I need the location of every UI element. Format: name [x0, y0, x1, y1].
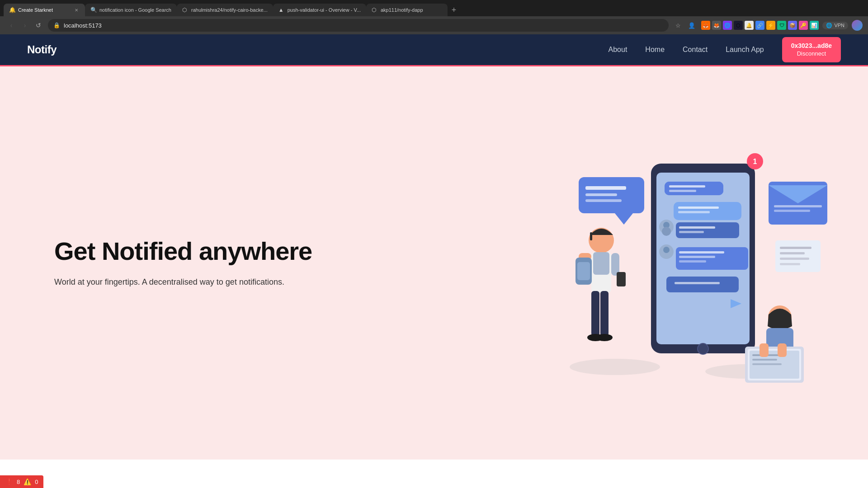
svg-rect-10: [678, 211, 710, 213]
tab-favicon-2: 🔍: [90, 7, 97, 13]
svg-point-26: [698, 343, 708, 354]
svg-rect-68: [778, 343, 787, 357]
svg-rect-20: [679, 251, 724, 253]
svg-rect-35: [585, 186, 626, 190]
tab-notify-dapp[interactable]: ⬡ akp111/notify-dapp: [366, 4, 448, 16]
svg-rect-32: [774, 210, 810, 212]
nav-links: About Home Contact Launch App: [609, 46, 764, 54]
svg-text:1: 1: [753, 158, 757, 165]
ext-icon-11[interactable]: 📊: [810, 21, 819, 30]
svg-rect-46: [593, 252, 609, 275]
url-bar[interactable]: 🔒 localhost:5173: [48, 19, 669, 32]
tab-create-starknet[interactable]: 🔔 Create Starknet ✕: [4, 4, 85, 16]
tab-close-1[interactable]: ✕: [73, 7, 80, 13]
svg-rect-23: [666, 277, 739, 292]
nav-link-about[interactable]: About: [609, 46, 627, 54]
svg-rect-7: [669, 190, 696, 192]
hero-title: Get Notified anywhere: [54, 237, 312, 265]
browser-actions: ☆ 👤: [672, 19, 698, 31]
nav-link-contact[interactable]: Contact: [683, 46, 708, 54]
tab-title-5: akp111/notify-dapp: [381, 7, 442, 13]
url-text: localhost:5173: [64, 22, 102, 29]
svg-point-18: [663, 247, 670, 253]
ext-icon-7[interactable]: ⚡: [766, 21, 775, 30]
ext-icon-4[interactable]: ⬡: [734, 21, 743, 30]
vpn-button[interactable]: 🌐 VPN: [822, 22, 848, 29]
svg-rect-37: [585, 199, 622, 202]
svg-rect-40: [780, 252, 805, 254]
svg-rect-36: [585, 193, 617, 196]
tab-cairo-backend[interactable]: ⬡ rahulmishra24/notify-cairo-backe...: [177, 4, 273, 16]
svg-rect-42: [780, 263, 800, 265]
nav-link-home[interactable]: Home: [645, 46, 665, 54]
svg-rect-67: [760, 343, 769, 357]
svg-rect-44: [590, 232, 592, 240]
svg-rect-16: [679, 231, 704, 233]
tab-title-3: rahulmishra24/notify-cairo-backe...: [191, 7, 268, 13]
hero-content: Get Notified anywhere World at your fing…: [54, 237, 312, 289]
ext-icon-6[interactable]: 🔗: [755, 21, 764, 30]
tab-push-validator[interactable]: ▲ push-validator-ui - Overview - V...: [273, 4, 366, 16]
tab-favicon-5: ⬡: [372, 7, 378, 13]
wallet-disconnect-label: Disconnect: [797, 50, 826, 58]
site-logo: Notify: [27, 43, 57, 56]
svg-rect-50: [591, 291, 599, 336]
svg-rect-55: [577, 262, 590, 280]
ext-icon-8[interactable]: 🛡: [777, 21, 786, 30]
lock-icon: 🔒: [53, 22, 60, 28]
svg-rect-49: [617, 272, 626, 286]
tab-google-search[interactable]: 🔍 notification icon - Google Search: [85, 4, 177, 16]
ext-firefox-icon[interactable]: 🦊: [701, 21, 710, 30]
svg-rect-24: [675, 282, 720, 284]
profile-button[interactable]: 👤: [686, 19, 698, 31]
svg-rect-22: [679, 260, 706, 263]
back-button[interactable]: ‹: [5, 19, 17, 31]
ext-icon-10[interactable]: 🔑: [799, 21, 808, 30]
svg-rect-41: [780, 258, 809, 260]
address-bar: ‹ › ↺ 🔒 localhost:5173 ☆ 👤 🦊 🦊 🌐 ⬡ 🔔 🔗 ⚡…: [0, 16, 868, 34]
bookmark-button[interactable]: ☆: [672, 19, 684, 31]
wallet-button[interactable]: 0x3023...ad8e Disconnect: [782, 37, 841, 62]
extensions-area: 🦊 🦊 🌐 ⬡ 🔔 🔗 ⚡ 🛡 📦 🔑 📊: [701, 21, 819, 30]
tab-title-4: push-validator-ui - Overview - V...: [288, 7, 361, 13]
hero-section: Get Notified anywhere World at your fing…: [0, 66, 868, 460]
tab-title-1: Create Starknet: [18, 7, 71, 13]
svg-rect-9: [678, 206, 719, 209]
hero-illustration: 1: [524, 136, 832, 389]
vpn-label: VPN: [834, 23, 844, 28]
browser-chrome: 🔔 Create Starknet ✕ 🔍 notification icon …: [0, 0, 868, 34]
nav-link-launch-app[interactable]: Launch App: [726, 46, 764, 54]
tab-favicon-4: ▲: [278, 7, 285, 13]
wallet-address: 0x3023...ad8e: [791, 42, 832, 50]
svg-point-53: [596, 334, 613, 341]
ext-icon-5[interactable]: 🔔: [745, 21, 754, 30]
vpn-icon: 🌐: [826, 23, 832, 28]
svg-rect-21: [679, 256, 715, 258]
svg-rect-6: [669, 185, 705, 188]
ext-metamask-icon[interactable]: 🦊: [712, 21, 721, 30]
tab-favicon-3: ⬡: [182, 7, 189, 13]
ext-argent-icon[interactable]: 🌐: [723, 21, 732, 30]
svg-rect-65: [752, 359, 777, 361]
forward-button[interactable]: ›: [19, 19, 31, 31]
navbar: Notify About Home Contact Launch App 0x3…: [0, 34, 868, 65]
ext-icon-9[interactable]: 📦: [788, 21, 797, 30]
hero-subtitle: World at your fingertips. A decentralise…: [54, 276, 312, 289]
refresh-button[interactable]: ↺: [33, 19, 44, 31]
svg-rect-15: [679, 226, 715, 229]
svg-rect-14: [676, 222, 739, 238]
svg-rect-5: [665, 182, 723, 195]
svg-rect-31: [774, 205, 822, 207]
svg-rect-66: [752, 363, 782, 365]
browser-profile-icon[interactable]: [852, 20, 863, 31]
nav-buttons: ‹ › ↺: [5, 19, 44, 31]
svg-rect-38: [775, 240, 821, 272]
new-tab-button[interactable]: +: [448, 4, 460, 16]
svg-rect-39: [780, 247, 811, 249]
webpage: Notify About Home Contact Launch App 0x3…: [0, 34, 868, 460]
tab-favicon-1: 🔔: [9, 7, 15, 13]
svg-point-0: [570, 359, 660, 375]
tab-bar: 🔔 Create Starknet ✕ 🔍 notification icon …: [0, 0, 868, 16]
svg-rect-19: [676, 247, 748, 270]
svg-rect-51: [600, 291, 609, 336]
